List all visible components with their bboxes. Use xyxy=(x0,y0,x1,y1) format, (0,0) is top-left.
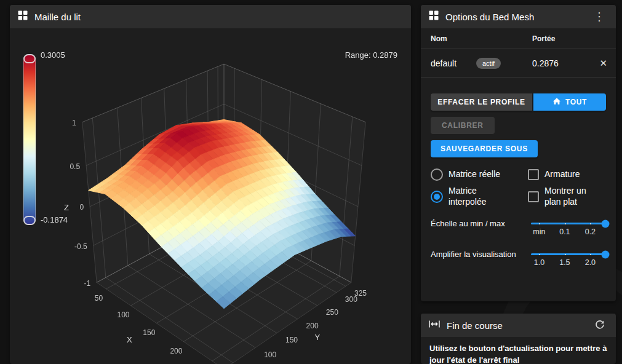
bed-mesh-panel-title: Maille du lit xyxy=(34,12,81,22)
grid-icon xyxy=(17,10,28,23)
bed-mesh-options-panel: Options du Bed Mesh ⋮ Nom Portée default… xyxy=(421,5,616,301)
kebab-menu-icon[interactable]: ⋮ xyxy=(590,10,608,23)
scale-slider-label: Échelle au min / max xyxy=(431,218,531,228)
profile-range-value: 0.2876 xyxy=(532,58,559,68)
column-header-range: Portée xyxy=(532,34,555,43)
colorbar[interactable] xyxy=(23,54,36,225)
colorbar-min-label: -0.1874 xyxy=(41,215,68,224)
amplify-slider[interactable]: 1.0 1.5 2.0 xyxy=(531,249,606,270)
load-all-button[interactable]: TOUT xyxy=(533,93,606,111)
profile-row[interactable]: default actif 0.2876 ✕ xyxy=(421,49,616,77)
active-badge: actif xyxy=(476,58,501,69)
colorbar-max-label: 0.3005 xyxy=(41,50,65,60)
checkbox-icon-unchecked[interactable] xyxy=(528,169,539,180)
options-panel-header: Options du Bed Mesh ⋮ xyxy=(421,5,616,28)
endstops-panel: Fin de course Utilisez le bouton d'actua… xyxy=(421,314,616,364)
scale-slider[interactable]: min 0.1 0.2 xyxy=(531,218,606,239)
grid-icon xyxy=(428,10,439,23)
endstops-panel-title: Fin de course xyxy=(447,320,503,331)
colorbar-top-handle[interactable] xyxy=(23,54,36,63)
bed-mesh-panel: Maille du lit Range: 0.2879 0.3005 -0.18… xyxy=(10,5,411,364)
display-options: Matrice réelle Armature Matrice interpol… xyxy=(431,168,606,207)
slider-track[interactable] xyxy=(531,223,606,224)
profiles-table-header: Nom Portée xyxy=(421,28,616,49)
slider-track[interactable] xyxy=(531,253,606,255)
endstops-help-text: Utilisez le bouton d'actualisation pour … xyxy=(421,337,616,364)
amplify-slider-label: Amplifier la visualisation xyxy=(431,249,531,259)
bed-mesh-plot-area: Range: 0.2879 0.3005 -0.1874 xyxy=(10,28,411,364)
refresh-icon[interactable] xyxy=(591,318,608,333)
mesh-range-label: Range: 0.2879 xyxy=(345,50,397,60)
checkbox-wireframe[interactable]: Armature xyxy=(528,169,606,180)
colorbar-bottom-handle[interactable] xyxy=(23,216,36,225)
radio-icon-unchecked[interactable] xyxy=(431,168,443,181)
save-as-button[interactable]: SAUVEGARDER SOUS xyxy=(431,140,538,157)
bed-mesh-panel-header: Maille du lit xyxy=(10,5,411,28)
scale-slider-row: Échelle au min / max min 0.1 0.2 xyxy=(431,218,606,239)
profiles-table: Nom Portée default actif 0.2876 ✕ xyxy=(421,28,616,77)
radio-icon-checked[interactable] xyxy=(431,191,443,203)
endstop-icon xyxy=(428,320,441,331)
clear-profile-button[interactable]: EFFACER LE PROFILE xyxy=(431,93,532,111)
slider-thumb[interactable] xyxy=(601,250,609,258)
options-panel-title: Options du Bed Mesh xyxy=(445,12,534,22)
options-controls: EFFACER LE PROFILE TOUT CALIBRER SAUVEGA… xyxy=(421,77,616,290)
radio-interpolated-matrix[interactable]: Matrice interpolée xyxy=(431,186,528,207)
page: { "theme": { "accent": "#2196f3", "page_… xyxy=(0,0,622,364)
checkbox-flat-plane[interactable]: Montrer un plan plat xyxy=(528,186,606,207)
delete-profile-icon[interactable]: ✕ xyxy=(599,58,607,69)
radio-real-matrix[interactable]: Matrice réelle xyxy=(431,168,528,181)
checkbox-icon-unchecked[interactable] xyxy=(528,191,539,202)
slider-thumb[interactable] xyxy=(601,220,609,228)
bed-mesh-3d-plot[interactable] xyxy=(10,28,411,364)
profile-name: default xyxy=(431,58,469,68)
column-header-name: Nom xyxy=(431,34,447,43)
home-icon xyxy=(552,97,561,107)
calibrate-button[interactable]: CALIBRER xyxy=(431,117,495,134)
endstops-panel-header: Fin de course xyxy=(421,314,616,337)
amplify-slider-row: Amplifier la visualisation 1.0 1.5 2.0 xyxy=(431,249,606,270)
